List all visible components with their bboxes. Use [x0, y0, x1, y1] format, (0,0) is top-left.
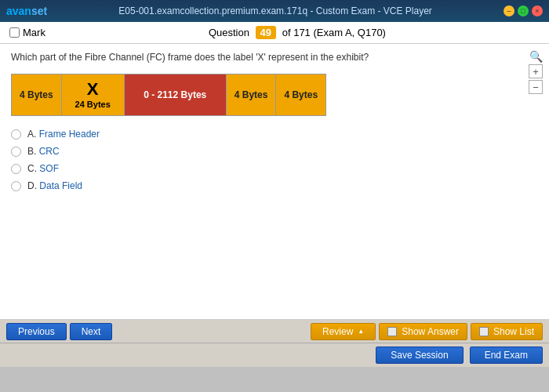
- footer: Save Session End Exam: [0, 343, 549, 367]
- maximize-button[interactable]: □: [518, 5, 529, 16]
- zoom-in-button[interactable]: +: [529, 64, 543, 78]
- search-icon: 🔍: [529, 50, 543, 63]
- close-button[interactable]: ×: [532, 5, 543, 16]
- option-b[interactable]: B. CRC: [11, 146, 538, 157]
- option-c-label: C. SOF: [27, 163, 59, 174]
- title-bar-left: avanset: [6, 5, 47, 17]
- diagram-cell-1: 4 Bytes: [12, 74, 62, 115]
- next-button[interactable]: Next: [70, 323, 113, 340]
- mark-section[interactable]: Mark: [9, 27, 45, 38]
- option-c-text: SOF: [39, 163, 59, 174]
- end-exam-button[interactable]: End Exam: [470, 347, 543, 364]
- bottom-toolbar: Previous Next Review ▲ Show Answer Show …: [0, 320, 549, 343]
- title-bar: avanset E05-001.examcollection.premium.e…: [0, 0, 549, 22]
- mark-checkbox[interactable]: [9, 27, 20, 38]
- previous-button[interactable]: Previous: [6, 323, 67, 340]
- option-a-text: Frame Header: [39, 129, 100, 140]
- option-b-text: CRC: [39, 146, 60, 157]
- option-b-label: B. CRC: [27, 146, 60, 157]
- option-d[interactable]: D. Data Field: [11, 180, 538, 191]
- show-answer-label: Show Answer: [402, 326, 459, 337]
- zoom-out-button[interactable]: −: [529, 80, 543, 94]
- option-d-label: D. Data Field: [27, 180, 82, 191]
- option-a-label: A. Frame Header: [27, 129, 100, 140]
- question-total: of 171 (Exam A, Q170): [282, 27, 386, 38]
- review-label: Review: [322, 326, 353, 337]
- save-session-button[interactable]: Save Session: [376, 347, 463, 364]
- question-info: Question 49 of 171 (Exam A, Q170): [55, 27, 540, 38]
- review-arrow-icon: ▲: [358, 328, 364, 335]
- option-c[interactable]: C. SOF: [11, 163, 538, 174]
- zoom-controls[interactable]: 🔍 + −: [529, 50, 543, 94]
- exam-header: Mark Question 49 of 171 (Exam A, Q170): [0, 22, 549, 44]
- logo-prefix: avan: [6, 5, 31, 17]
- show-answer-button[interactable]: Show Answer: [379, 323, 467, 340]
- question-text: Which part of the Fibre Channel (FC) fra…: [11, 52, 538, 63]
- minimize-button[interactable]: –: [504, 5, 514, 16]
- diagram-cell-data: 0 - 2112 Bytes: [125, 74, 227, 115]
- fc-frame-diagram: 4 Bytes X 24 Bytes 0 - 2112 Bytes 4 Byte…: [11, 74, 326, 116]
- logo-suffix: set: [31, 5, 47, 17]
- show-list-checkbox-icon: [479, 327, 489, 336]
- main-content: 🔍 + − Which part of the Fibre Channel (F…: [0, 44, 549, 320]
- window-title: E05-001.examcollection.premium.exam.171q…: [47, 5, 504, 16]
- diagram-cell-4: 4 Bytes: [227, 74, 277, 115]
- show-answer-checkbox-icon: [387, 327, 397, 336]
- option-a-radio[interactable]: [11, 129, 21, 140]
- mark-label: Mark: [23, 27, 45, 38]
- window-controls: – □ ×: [504, 5, 543, 16]
- option-d-radio[interactable]: [11, 181, 21, 191]
- question-label: Question: [209, 27, 249, 38]
- diagram-cell-5: 4 Bytes: [276, 74, 325, 115]
- answer-options: A. Frame Header B. CRC C. SOF D. Data Fi…: [11, 129, 538, 191]
- app-logo: avanset: [6, 5, 47, 17]
- option-d-text: Data Field: [39, 180, 82, 191]
- show-list-label: Show List: [493, 326, 534, 337]
- option-c-radio[interactable]: [11, 164, 21, 174]
- show-list-button[interactable]: Show List: [471, 323, 543, 340]
- review-button[interactable]: Review ▲: [311, 323, 376, 340]
- question-number: 49: [256, 26, 276, 39]
- diagram-cell-x: X 24 Bytes: [62, 74, 125, 115]
- option-b-radio[interactable]: [11, 147, 21, 157]
- option-a[interactable]: A. Frame Header: [11, 129, 538, 140]
